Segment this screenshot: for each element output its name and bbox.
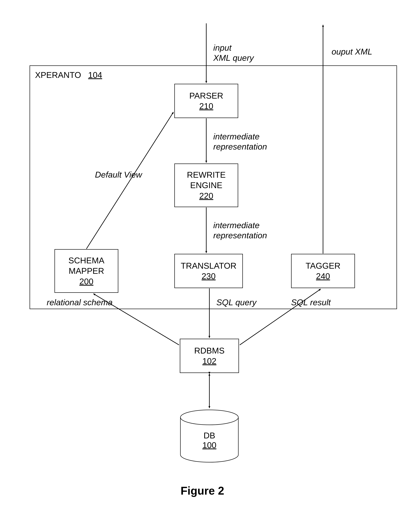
rewrite-num: 220 bbox=[199, 191, 213, 201]
rdbms-num: 102 bbox=[202, 356, 216, 366]
label-inter1b: representation bbox=[213, 142, 267, 151]
label-inter2b: representation bbox=[213, 230, 267, 240]
label-output: ouput XML bbox=[332, 47, 372, 56]
label-inter2a: intermediate bbox=[213, 220, 260, 230]
schema-mapper-box: SCHEMA MAPPER 200 bbox=[54, 249, 118, 293]
rewrite-title1: REWRITE bbox=[187, 170, 226, 180]
diagram-canvas: XPERANTO 104 PARSER 210 REWRITE ENGINE 2… bbox=[0, 0, 420, 515]
tagger-num: 240 bbox=[316, 271, 330, 281]
rewrite-title2: ENGINE bbox=[190, 180, 222, 191]
label-input-2: XML query bbox=[213, 53, 254, 63]
xperanto-name: XPERANTO bbox=[35, 70, 81, 80]
translator-title: TRANSLATOR bbox=[181, 261, 236, 271]
schema-title2: MAPPER bbox=[69, 266, 104, 276]
parser-title: PARSER bbox=[189, 91, 223, 101]
label-relational-schema: relational schema bbox=[47, 297, 112, 307]
figure-caption: Figure 2 bbox=[180, 484, 224, 497]
tagger-title: TAGGER bbox=[306, 261, 340, 271]
xperanto-num: 104 bbox=[88, 70, 102, 80]
db-title: DB bbox=[203, 431, 215, 440]
label-sql-query: SQL query bbox=[216, 297, 256, 307]
label-default-view: Default View bbox=[95, 170, 142, 179]
translator-num: 230 bbox=[202, 271, 216, 281]
parser-num: 210 bbox=[199, 101, 213, 112]
label-input-1: input bbox=[213, 43, 232, 53]
rdbms-title: RDBMS bbox=[194, 345, 225, 356]
schema-title1: SCHEMA bbox=[68, 255, 104, 266]
db-num: 100 bbox=[202, 440, 216, 450]
translator-box: TRANSLATOR 230 bbox=[174, 254, 243, 288]
schema-num: 200 bbox=[79, 276, 93, 287]
tagger-box: TAGGER 240 bbox=[291, 254, 355, 288]
svg-point-0 bbox=[180, 410, 238, 425]
label-inter1a: intermediate bbox=[213, 132, 260, 141]
rewrite-engine-box: REWRITE ENGINE 220 bbox=[174, 164, 238, 207]
label-sql-result: SQL result bbox=[291, 297, 331, 307]
rdbms-box: RDBMS 102 bbox=[180, 339, 239, 373]
db-cylinder: DB 100 bbox=[180, 409, 239, 462]
xperanto-title: XPERANTO 104 bbox=[35, 70, 102, 80]
parser-box: PARSER 210 bbox=[174, 84, 238, 118]
